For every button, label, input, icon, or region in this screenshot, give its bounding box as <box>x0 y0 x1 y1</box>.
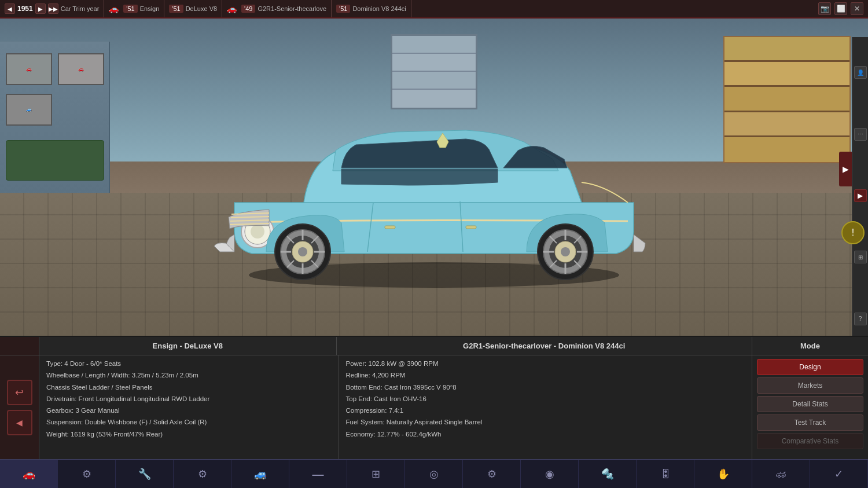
car2-bottom-end: Bottom End: Cast Iron 3995cc V 90°8 <box>346 383 745 392</box>
svg-point-3 <box>251 225 264 239</box>
car3-year: '49 <box>241 5 255 13</box>
person-icon-btn[interactable]: 👤 <box>854 66 867 79</box>
car2-year: '51 <box>169 5 183 13</box>
prev-btn[interactable]: ◀ <box>5 3 15 14</box>
toolbar-bolt-btn[interactable]: 🔩 <box>579 460 637 488</box>
car-3d-view <box>188 69 680 289</box>
markets-mode-btn[interactable]: Markets <box>757 377 863 394</box>
close-button[interactable]: ✕ <box>851 2 863 15</box>
svg-point-13 <box>298 247 307 256</box>
comparative-stats-mode-btn: Comparative Stats <box>757 433 863 449</box>
car3-name: G2R1-Senior-thecarlove <box>258 5 326 12</box>
svg-rect-35 <box>385 226 395 229</box>
wrench-toolbar-icon: 🔧 <box>138 468 151 480</box>
circle-toolbar-icon: ◎ <box>429 468 439 480</box>
window-button[interactable]: ⬜ <box>834 2 847 15</box>
race-toolbar-icon: 🏎 <box>776 468 786 480</box>
toolbar-grid-btn[interactable]: ⊞ <box>347 460 405 488</box>
camera-button[interactable]: 📷 <box>818 2 831 15</box>
toolbar-race-btn[interactable]: 🏎 <box>752 460 810 488</box>
car1-column-header: Ensign - DeLuxe V8 <box>39 337 337 355</box>
arrow-right-icon: ▶ <box>843 164 849 174</box>
toolbar-car-btn[interactable]: 🚗 <box>0 460 58 488</box>
toolbar-dash-btn[interactable]: — <box>289 460 347 488</box>
toolbar-car2-btn[interactable]: 🚙 <box>231 460 289 488</box>
car4-year: '51 <box>336 5 350 13</box>
toolbar-target-btn[interactable]: ◉ <box>521 460 579 488</box>
year-nav-section: ◀ 1951 ▶ ▶▶ Car Trim year <box>0 0 104 17</box>
column-headers: Ensign - DeLuxe V8 G2R1-Senior-thecarlov… <box>0 337 868 355</box>
car1-section: 🚗 '51 Ensign <box>104 0 164 17</box>
back-icon: ↩ <box>15 386 24 399</box>
bottom-info-section: Ensign - DeLuxe V8 G2R1-Senior-thecarlov… <box>0 337 868 459</box>
toolbar-gauge-btn[interactable]: 🎛 <box>637 460 694 488</box>
grid-btn[interactable]: ⊞ <box>854 251 867 263</box>
bottom-toolbar: 🚗 ⚙ 🔧 ⚙ 🚙 — ⊞ ◎ ⚙ ◉ 🔩 🎛 ✋ 🏎 ✓ <box>0 459 868 488</box>
arrow-right-btn[interactable]: ▶ <box>854 189 867 202</box>
car2-section: '51 DeLuxe V8 <box>164 0 222 17</box>
bolt-toolbar-icon: 🔩 <box>601 468 614 480</box>
car2-column-header: G2R1-Senior-thecarlover - Dominion V8 24… <box>337 337 753 355</box>
toolbar-gear-btn[interactable]: ⚙ <box>463 460 521 488</box>
svg-point-26 <box>561 247 570 256</box>
car2-power: Power: 102.8 kW @ 3900 RPM <box>346 359 745 369</box>
test-track-mode-btn[interactable]: Test Track <box>757 414 863 431</box>
detail-stats-mode-btn[interactable]: Detail Stats <box>757 396 863 412</box>
window-controls: 📷 ⬜ ✕ <box>818 2 868 15</box>
dots-icon: ⋯ <box>858 131 863 137</box>
car1-drivetrain: Drivetrain: Front Longitudinal Longitudi… <box>46 394 332 404</box>
right-shelves <box>723 36 851 163</box>
next-btn[interactable]: ▶ <box>35 3 46 14</box>
left-arrow-icon: ◀ <box>16 418 23 427</box>
hand-toolbar-icon: ✋ <box>717 468 730 480</box>
current-year: 1951 <box>17 5 33 13</box>
engine-toolbar-icon: ⚙ <box>82 468 91 480</box>
car2-redline: Redline: 4,200 RPM <box>346 370 745 380</box>
toolbar-hand-btn[interactable]: ✋ <box>694 460 752 488</box>
car1-info-column: Type: 4 Door - 6/0* Seats Wheelbase / Le… <box>39 355 339 459</box>
car1-type: Type: 4 Door - 6/0* Seats <box>46 359 332 369</box>
mode-column: Design Markets Detail Stats Test Track C… <box>752 355 868 459</box>
grid-icon: ⊞ <box>858 254 863 260</box>
car1-name: Ensign <box>140 5 160 12</box>
mode-column-header: Mode <box>752 337 868 355</box>
section-label: Car Trim year <box>61 5 100 12</box>
toolbar-wrench-btn[interactable]: 🔧 <box>116 460 174 488</box>
person-icon: 👤 <box>857 69 864 76</box>
skip-btn[interactable]: ▶▶ <box>48 3 58 14</box>
nav-left-btn[interactable]: ◀ <box>7 410 32 435</box>
car2-name: DeLuxe V8 <box>186 5 217 12</box>
svg-rect-36 <box>466 226 476 229</box>
nav-arrow-right-btn[interactable]: ▶ <box>839 152 852 186</box>
toolbar-engine-btn[interactable]: ⚙ <box>58 460 116 488</box>
car3-icon: 🚗 <box>227 4 237 13</box>
dash-toolbar-icon: — <box>312 468 324 481</box>
alert-action-btn[interactable]: ! <box>841 221 865 244</box>
car2-toolbar-icon: 🚙 <box>254 468 267 480</box>
car1-gearbox: Gearbox: 3 Gear Manual <box>46 406 332 416</box>
toolbar-check-btn[interactable]: ✓ <box>810 460 868 488</box>
arrow-right-icon: ▶ <box>858 192 863 200</box>
right-side-panel: 👤 ⋯ ▶ ⊞ ? <box>852 37 868 336</box>
grid-toolbar-icon: ⊞ <box>372 468 380 480</box>
car4-name: Dominion V8 244ci <box>352 5 406 12</box>
toolbar-settings2-btn[interactable]: ⚙ <box>174 460 231 488</box>
back-icon-btn[interactable]: ↩ <box>7 380 32 405</box>
car2-compression: Compression: 7.4:1 <box>346 406 745 416</box>
gauge-toolbar-icon: 🎛 <box>660 468 671 480</box>
alert-icon: ! <box>852 228 854 238</box>
car1-weight: Weight: 1619 kg (53% Front/47% Rear) <box>46 430 332 439</box>
question-btn[interactable]: ? <box>854 313 867 325</box>
target-toolbar-icon: ◉ <box>545 468 554 480</box>
toolbar-circle-btn[interactable]: ◎ <box>405 460 463 488</box>
car3-section: 🚗 '49 G2R1-Senior-thecarlove <box>222 0 332 17</box>
car1-suspension: Suspension: Double Wishbone (F) / Solid … <box>46 417 332 427</box>
car1-wheelbase: Wheelbase / Length / Width: 3.25m / 5.23… <box>46 370 332 380</box>
icon-column-header <box>0 337 39 355</box>
car1-chassis: Chassis Steel Ladder / Steel Panels <box>46 383 332 392</box>
gear-toolbar-icon: ⚙ <box>487 468 496 480</box>
design-mode-btn[interactable]: Design <box>757 359 863 375</box>
main-3d-view: 🚗 🚗 🚙 <box>0 19 868 336</box>
car4-section: '51 Dominion V8 244ci <box>332 0 411 17</box>
dots-btn[interactable]: ⋯ <box>854 128 867 141</box>
